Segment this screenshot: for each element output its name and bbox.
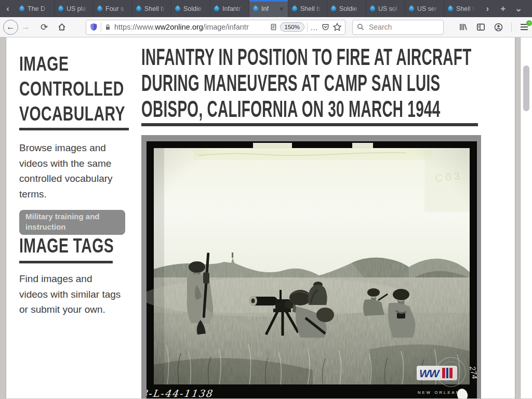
tab-title: Shell b [456,5,476,12]
search-bar[interactable] [352,20,444,35]
chevron-left-icon: ‹ [6,4,9,14]
drupal-favicon-icon [330,5,337,12]
tab[interactable]: Shell b [132,0,171,17]
reader-view-icon[interactable] [270,23,277,31]
tab-title: Soldie [183,5,206,12]
new-tab-button[interactable]: + [495,0,511,17]
photo-negative-number: 168-L-44-1138 [147,388,214,398]
page-actions-button[interactable]: … [310,23,318,32]
archival-photo[interactable]: C 0 3 [147,141,477,398]
pocket-icon[interactable] [321,23,330,32]
forward-button[interactable]: → [18,20,33,34]
title-line: DURING MANEUVERS AT CAMP SAN LUIS [141,70,440,96]
heading-rule [19,128,129,130]
controlled-vocabulary-heading: IMAGE CONTROLLED VOCABULARY [19,51,161,126]
title-line: OBISPO, CALIFORNIA ON 30 MARCH 1944 [141,96,441,122]
drupal-favicon-icon [96,5,103,12]
drupal-favicon-icon [447,5,454,12]
tab-title: US sol [378,5,401,12]
url-text: https://www.ww2online.org/image/infantr [114,23,267,31]
scrollbar-track [521,37,532,398]
tab[interactable]: The D [16,0,55,17]
frame-notch [352,143,373,149]
zoom-level-badge[interactable]: 150% [280,22,304,32]
search-icon [356,23,365,31]
edge-shadow [154,148,164,385]
sidebars-toggle-icon[interactable] [476,22,486,32]
tab[interactable]: US sol [366,0,405,17]
url-scheme: https://www. [114,23,155,31]
tab-title: The D [28,5,50,12]
image-tags-heading: IMAGE TAGS [19,233,145,258]
url-path: /image/infantr [203,23,249,31]
vignette [154,148,470,385]
tab[interactable]: Soldie [327,0,366,17]
tab[interactable]: US ser [405,0,444,17]
bookmark-star-icon[interactable] [332,22,342,32]
heading-line: IMAGE [19,51,69,76]
chevron-down-icon: ⌄ [515,3,522,14]
navigation-toolbar: ← → ⟳ https://www.ww2online.org/image/in… [0,17,532,37]
tracking-protection-shield-icon[interactable] [89,22,98,32]
tab[interactable]: Shell b [444,0,480,17]
home-icon [57,22,66,32]
tab[interactable]: US pla [55,0,94,17]
page-content: IMAGE CONTROLLED VOCABULARY Browse image… [0,37,532,398]
drupal-favicon-icon [57,5,64,12]
url-domain: ww2online.org [155,23,203,31]
drupal-favicon-icon [291,5,298,12]
tab-title: Shell b [300,5,323,12]
heading-line: VOCABULARY [19,101,125,126]
drupal-favicon-icon [174,5,181,12]
tab-title: Inf [261,5,275,12]
all-tabs-dropdown-button[interactable]: ⌄ [511,0,526,17]
lock-icon [104,23,112,32]
back-button[interactable]: ← [3,20,18,35]
heading-rule [19,261,113,263]
tab[interactable]: Four s [94,0,132,17]
address-bar[interactable]: https://www.ww2online.org/image/infantr … [86,20,345,35]
vocabulary-term-button[interactable]: Military training and instruction [19,210,125,235]
title-rule [141,123,478,126]
divider [307,22,308,32]
toolbar-icons: ↑ [458,22,529,32]
drupal-favicon-icon [369,5,376,12]
plus-icon: + [500,4,506,14]
heading-line: IMAGE TAGS [19,233,114,258]
drupal-favicon-icon [408,5,415,12]
tab-title: US pla [66,5,89,12]
tab-scroll-right-button[interactable]: › [480,0,495,17]
tab-title: Soldie [339,5,362,12]
library-icon[interactable] [458,22,468,32]
chevron-right-icon: › [486,4,489,14]
drupal-favicon-icon [213,5,220,12]
tab-scroll-left-button[interactable]: ‹ [0,0,16,17]
close-tab-icon[interactable]: × [278,5,284,12]
search-input[interactable] [368,22,427,32]
title-line: INFANTRY IN POSITION TO FIRE AT AIRCRAFT [141,44,472,70]
home-button[interactable] [55,20,69,34]
tab[interactable]: Infantr [210,0,249,17]
account-icon[interactable] [494,22,503,32]
scrollbar-thumb[interactable] [523,65,529,111]
browser-window: ‹ The D US pla Four s Shell b Soldie Inf… [0,0,532,399]
forward-arrow-icon: → [21,22,30,32]
drupal-favicon-icon [18,5,25,12]
tab-title: US ser [417,5,440,12]
tab[interactable]: Shell b [288,0,327,17]
tab-title: Infantr [222,5,245,12]
menu-button[interactable]: ↑ [520,23,529,31]
page-title: INFANTRY IN POSITION TO FIRE AT AIRCRAFT… [141,44,532,122]
reload-icon: ⟳ [41,22,48,33]
tab-active[interactable]: Inf× [249,0,288,17]
divider [101,22,101,32]
heading-line: CONTROLLED [19,76,124,101]
tab-bar: ‹ The D US pla Four s Shell b Soldie Inf… [0,0,532,17]
tab-title: Shell b [144,5,167,12]
frame-notch [253,143,292,149]
reload-button[interactable]: ⟳ [37,20,51,34]
tab[interactable]: Soldie [171,0,210,17]
update-available-badge: ↑ [526,20,532,26]
tab-title: Four s [105,5,128,12]
drupal-favicon-icon [252,5,259,12]
